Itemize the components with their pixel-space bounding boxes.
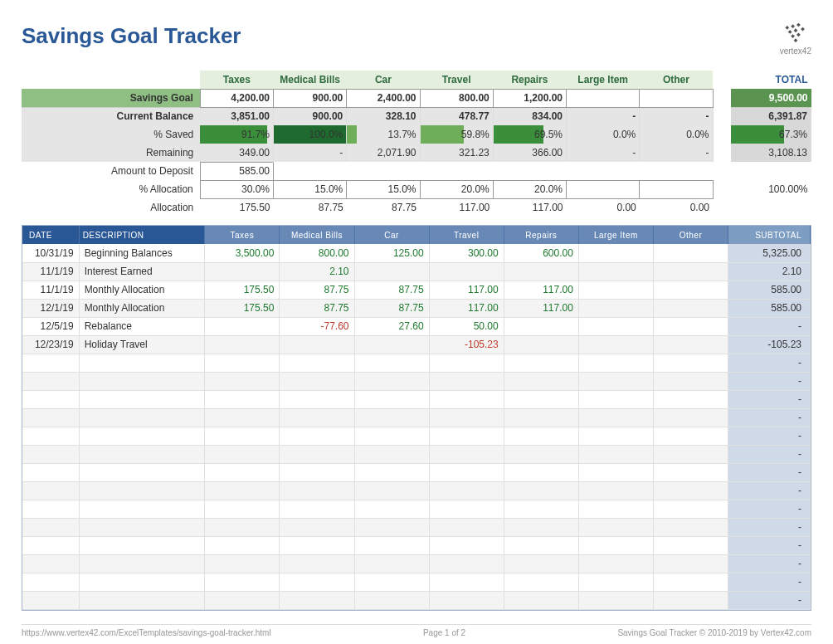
txn-val[interactable] <box>653 536 728 554</box>
txn-val[interactable] <box>504 536 578 554</box>
table-row[interactable]: - <box>22 500 811 518</box>
txn-val[interactable] <box>280 536 354 554</box>
txn-desc[interactable] <box>79 536 205 554</box>
goal-cell[interactable] <box>640 89 713 107</box>
txn-date[interactable] <box>22 427 79 445</box>
table-row[interactable]: 12/23/19Holiday Travel-105.23-105.23 <box>22 335 811 354</box>
txn-desc[interactable] <box>79 554 205 573</box>
txn-date[interactable]: 12/1/19 <box>22 299 79 317</box>
txn-val[interactable] <box>578 518 653 536</box>
txn-desc[interactable] <box>79 408 205 427</box>
txn-val[interactable]: 2.10 <box>280 262 354 281</box>
txn-val[interactable] <box>280 573 354 591</box>
txn-val[interactable] <box>429 518 504 536</box>
txn-val[interactable]: 800.00 <box>280 244 354 262</box>
txn-val[interactable] <box>354 427 429 445</box>
txn-val[interactable] <box>504 500 578 518</box>
txn-date[interactable] <box>22 554 79 573</box>
txn-val[interactable]: 87.75 <box>354 299 429 317</box>
txn-val[interactable]: 175.50 <box>205 281 280 299</box>
txn-val[interactable] <box>653 427 728 445</box>
txn-date[interactable] <box>22 390 79 408</box>
txn-val[interactable] <box>280 481 354 500</box>
txn-desc[interactable] <box>79 427 205 445</box>
txn-val[interactable] <box>504 481 578 500</box>
txn-val[interactable] <box>653 445 728 463</box>
txn-val[interactable] <box>205 591 280 609</box>
txn-val[interactable] <box>578 372 653 390</box>
txn-val[interactable] <box>205 463 280 481</box>
txn-val[interactable] <box>354 500 429 518</box>
txn-val[interactable] <box>205 390 280 408</box>
txn-val[interactable] <box>504 262 578 281</box>
txn-date[interactable] <box>22 536 79 554</box>
table-row[interactable]: - <box>22 536 811 554</box>
txn-val[interactable] <box>429 372 504 390</box>
txn-val[interactable] <box>653 518 728 536</box>
txn-val[interactable] <box>354 445 429 463</box>
txn-val[interactable] <box>504 390 578 408</box>
txn-val[interactable] <box>504 335 578 354</box>
txn-val[interactable]: 117.00 <box>429 281 504 299</box>
txn-val[interactable] <box>653 408 728 427</box>
txn-val[interactable] <box>578 554 653 573</box>
table-row[interactable]: - <box>22 354 811 372</box>
txn-val[interactable] <box>429 445 504 463</box>
table-row[interactable]: - <box>22 573 811 591</box>
txn-val[interactable]: 117.00 <box>429 299 504 317</box>
txn-val[interactable] <box>429 390 504 408</box>
table-row[interactable]: 11/1/19Interest Earned2.102.10 <box>22 262 811 281</box>
alloc-pct-cell[interactable]: 15.0% <box>274 180 347 198</box>
txn-val[interactable] <box>280 354 354 372</box>
txn-date[interactable]: 12/23/19 <box>22 335 79 354</box>
alloc-pct-cell[interactable]: 20.0% <box>420 180 493 198</box>
txn-val[interactable] <box>653 390 728 408</box>
txn-val[interactable] <box>280 463 354 481</box>
txn-date[interactable] <box>22 445 79 463</box>
txn-val[interactable] <box>578 299 653 317</box>
txn-val[interactable] <box>504 445 578 463</box>
txn-val[interactable]: 87.75 <box>354 281 429 299</box>
txn-val[interactable] <box>354 554 429 573</box>
txn-val[interactable]: -77.60 <box>280 317 354 335</box>
txn-val[interactable] <box>354 335 429 354</box>
txn-desc[interactable]: Beginning Balances <box>79 244 205 262</box>
txn-val[interactable] <box>280 554 354 573</box>
txn-val[interactable] <box>429 427 504 445</box>
table-row[interactable]: - <box>22 518 811 536</box>
txn-val[interactable]: 27.60 <box>354 317 429 335</box>
txn-desc[interactable]: Holiday Travel <box>79 335 205 354</box>
txn-val[interactable] <box>280 372 354 390</box>
txn-date[interactable] <box>22 591 79 609</box>
txn-val[interactable] <box>429 408 504 427</box>
txn-val[interactable]: 117.00 <box>504 299 578 317</box>
table-row[interactable]: 10/31/19Beginning Balances3,500.00800.00… <box>22 244 811 262</box>
table-row[interactable]: - <box>22 408 811 427</box>
txn-val[interactable]: 3,500.00 <box>205 244 280 262</box>
txn-val[interactable] <box>205 427 280 445</box>
goal-cell[interactable] <box>567 89 640 107</box>
table-row[interactable]: - <box>22 481 811 500</box>
txn-val[interactable] <box>429 481 504 500</box>
txn-val[interactable] <box>578 354 653 372</box>
txn-val[interactable] <box>205 445 280 463</box>
txn-val[interactable] <box>578 408 653 427</box>
txn-val[interactable] <box>205 372 280 390</box>
txn-val[interactable] <box>653 335 728 354</box>
txn-val[interactable]: 300.00 <box>429 244 504 262</box>
txn-desc[interactable] <box>79 354 205 372</box>
txn-val[interactable] <box>280 518 354 536</box>
txn-val[interactable] <box>354 390 429 408</box>
txn-val[interactable] <box>504 427 578 445</box>
txn-val[interactable] <box>653 354 728 372</box>
txn-desc[interactable]: Rebalance <box>79 317 205 335</box>
txn-val[interactable] <box>578 390 653 408</box>
txn-val[interactable] <box>578 244 653 262</box>
table-row[interactable]: - <box>22 463 811 481</box>
alloc-pct-cell[interactable] <box>567 180 640 198</box>
txn-val[interactable] <box>280 445 354 463</box>
txn-val[interactable] <box>653 281 728 299</box>
txn-val[interactable] <box>578 536 653 554</box>
txn-val[interactable] <box>578 281 653 299</box>
txn-val[interactable] <box>653 481 728 500</box>
